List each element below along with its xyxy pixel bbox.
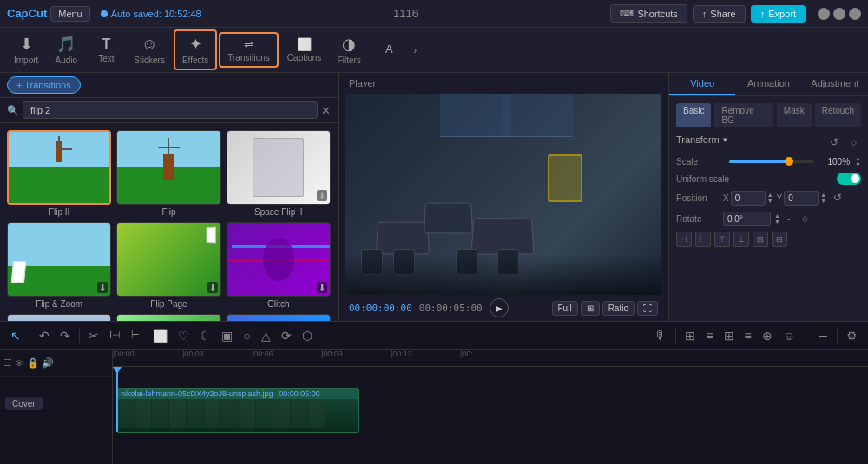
tool-more[interactable]: A — [370, 39, 408, 61]
list-item[interactable] — [227, 314, 331, 321]
tool-import[interactable]: ⬇ Import — [7, 31, 45, 69]
tool-transitions[interactable]: ⇌ Transitions — [219, 32, 279, 68]
video-clip[interactable]: nikolai-lehmann-05cDX4y2oJ8-unsplash.jpg… — [116, 388, 359, 433]
transition-thumb-flip[interactable] — [116, 130, 220, 205]
loop-icon[interactable]: ⊕ — [759, 327, 776, 344]
list-item[interactable]: ⬇ Flip Page — [116, 222, 220, 309]
align-right-button[interactable]: ⊤ — [714, 232, 730, 247]
cursor-tool[interactable]: ↖ — [7, 327, 24, 344]
emoji-icon[interactable]: ☺ — [779, 327, 799, 344]
tool-audio[interactable]: 🎵 Audio — [47, 31, 85, 69]
tool-effects[interactable]: ✦ Effects — [174, 29, 217, 70]
trim-start-tool[interactable]: I⊣ — [106, 328, 124, 343]
mic-icon[interactable]: 🎙 — [651, 327, 670, 344]
minimize-button[interactable] — [818, 8, 830, 20]
close-button[interactable] — [849, 8, 861, 20]
tool-stickers[interactable]: ☺ Stickers — [127, 32, 172, 69]
transition-thumb-flippage[interactable]: ⬇ — [116, 222, 220, 297]
uniform-scale-toggle[interactable] — [837, 173, 861, 185]
position-reset-button[interactable]: ↺ — [830, 190, 845, 206]
rotate-reset-button[interactable]: ◇ — [798, 211, 813, 226]
track-lock-button[interactable]: 🔒 — [27, 357, 39, 369]
transition-thumb-spaceflip2[interactable]: ⬇ — [227, 130, 331, 205]
undo-button[interactable]: ↶ — [36, 327, 53, 344]
spin-down-icon[interactable]: ▼ — [855, 161, 861, 167]
transform-reset-button[interactable]: ↺ — [826, 134, 842, 150]
scale-slider[interactable] — [729, 160, 814, 163]
more-tool[interactable]: ⬡ — [299, 327, 316, 344]
rotate-spinner[interactable]: ▲ ▼ — [774, 212, 780, 225]
track-eye-button[interactable]: 👁 — [15, 358, 24, 369]
list-item[interactable]: ⬇ Glitch — [227, 222, 331, 309]
share-button[interactable]: ↑ Share — [693, 5, 746, 23]
transform-tool[interactable]: ○ — [240, 327, 253, 344]
rotate-input[interactable] — [723, 212, 771, 226]
search-clear-icon[interactable]: ✕ — [321, 104, 331, 117]
tool-filters[interactable]: ◑ Filters — [330, 31, 368, 69]
redo-button[interactable]: ↷ — [56, 327, 74, 344]
transition-thumb-extra1[interactable] — [7, 314, 111, 321]
play-button[interactable]: ▶ — [490, 298, 509, 317]
search-input[interactable] — [23, 101, 318, 119]
subtab-basic[interactable]: Basic — [676, 103, 711, 127]
position-x-input[interactable] — [731, 191, 766, 206]
pos-y-spinner[interactable]: ▲ ▼ — [820, 192, 826, 204]
track-audio-button[interactable]: 🔊 — [42, 357, 54, 369]
transition-thumb-glitch[interactable]: ⬇ — [227, 222, 331, 297]
tab-animation[interactable]: Animation — [735, 73, 801, 95]
list-item[interactable] — [116, 314, 220, 321]
align-left-button[interactable]: ⊣ — [676, 232, 692, 247]
list-item[interactable]: Flip II — [7, 130, 111, 217]
crop-tool[interactable]: ⬜ — [149, 327, 171, 344]
magnet-icon[interactable]: ⊞ — [681, 327, 699, 344]
tab-adjustment[interactable]: Adjustment — [802, 73, 868, 95]
list-item[interactable]: Flip — [116, 130, 220, 217]
subtab-retouch[interactable]: Retouch — [815, 103, 861, 127]
list-item[interactable] — [7, 314, 111, 321]
position-y-input[interactable] — [784, 191, 819, 206]
full-button[interactable]: Full — [552, 301, 578, 316]
fit-icon[interactable]: ⊞ — [581, 301, 600, 316]
tool-text[interactable]: T Text — [87, 33, 125, 67]
transition-thumb-extra3[interactable] — [227, 314, 331, 321]
link-icon[interactable]: ≡ — [702, 327, 716, 344]
track-add-video-button[interactable]: ☰ — [3, 357, 12, 369]
menu-button[interactable]: Menu — [50, 6, 90, 22]
split-tool[interactable]: ✂ — [85, 327, 102, 344]
subtab-removebg[interactable]: Remove BG — [714, 103, 773, 127]
volume-icon[interactable]: —⊢ — [802, 327, 832, 344]
transition-thumb-flip2[interactable] — [7, 130, 111, 205]
subtab-mask[interactable]: Mask — [777, 103, 812, 127]
align-center-v-button[interactable]: ⊞ — [753, 232, 768, 247]
trim-end-tool[interactable]: ⊢I — [128, 328, 146, 343]
transition-thumb-extra2[interactable] — [116, 314, 220, 321]
toolbar-expand-icon[interactable]: › — [410, 41, 420, 60]
pos-x-spinner[interactable]: ▲ ▼ — [767, 192, 773, 204]
align-center-h-button[interactable]: ⊢ — [695, 232, 711, 247]
settings-icon[interactable]: ⚙ — [843, 327, 861, 344]
lock-icon[interactable]: ≡ — [741, 327, 755, 344]
align-bottom-button[interactable]: ⊟ — [772, 232, 787, 247]
tab-video[interactable]: Video — [669, 73, 735, 95]
timeline-ruler[interactable]: |00:00 |00:03 |00:06 |00:09 |00:12 |00: … — [113, 350, 868, 464]
transition-thumb-flipzoom[interactable]: ⬇ — [7, 222, 111, 297]
list-item[interactable]: ⬇ Flip & Zoom — [7, 222, 111, 309]
export-button[interactable]: ↑ Export — [751, 5, 806, 23]
motion-tool[interactable]: △ — [258, 327, 274, 344]
transitions-tab[interactable]: + Transitions — [7, 76, 81, 94]
transform-options-button[interactable]: ◇ — [845, 134, 861, 150]
maximize-button[interactable] — [833, 8, 845, 20]
ratio-button[interactable]: Ratio — [602, 301, 635, 316]
favorite-tool[interactable]: ♡ — [174, 327, 193, 344]
spin-up-icon[interactable]: ▲ — [855, 155, 861, 161]
list-item[interactable]: ⬇ Space Flip II — [227, 130, 331, 217]
freeze-tool[interactable]: ▣ — [218, 327, 236, 344]
fullscreen-button[interactable]: ⛶ — [637, 301, 658, 316]
align-top-button[interactable]: ⊥ — [733, 232, 749, 247]
shortcuts-button[interactable]: ⌨ Shortcuts — [610, 4, 687, 23]
scale-spinner[interactable]: ▲ ▼ — [855, 155, 861, 167]
mask-tool[interactable]: ☾ — [196, 327, 214, 344]
tool-captions[interactable]: ⬜ Captions — [280, 34, 328, 66]
unlink-icon[interactable]: ⊞ — [720, 327, 738, 344]
rotate-tool[interactable]: ⟳ — [278, 327, 295, 344]
